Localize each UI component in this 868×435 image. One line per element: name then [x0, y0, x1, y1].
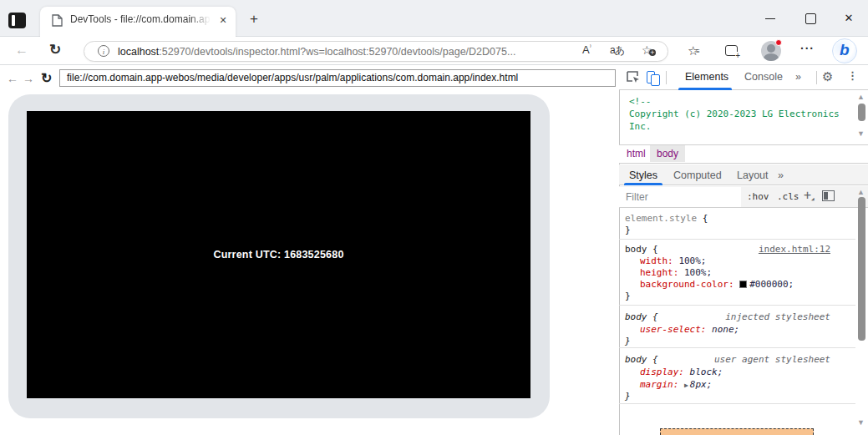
toolbar-divider	[816, 71, 817, 84]
browser-back-icon[interactable]: ←	[15, 43, 28, 58]
elements-tab-underline	[678, 88, 732, 90]
devtools-settings-gear-icon[interactable]: ⚙	[822, 69, 833, 84]
breadcrumb-html[interactable]: html	[627, 148, 646, 159]
page-back-icon[interactable]: ←	[7, 72, 18, 85]
page-url-text: file://com.domain.app-webos/media/develo…	[67, 72, 518, 83]
tab-close-icon[interactable]: ✕	[216, 13, 231, 28]
address-url[interactable]: localhost:52970/devtools/inspector.html?…	[118, 46, 515, 58]
device-screen[interactable]: Current UTC: 1683525680	[27, 111, 530, 398]
expand-shorthand-icon[interactable]: ▶	[684, 382, 688, 389]
styles-scroll-up-icon[interactable]: ▲	[857, 188, 865, 196]
settings-more-icon[interactable]: ···	[800, 42, 815, 55]
browser-refresh-icon[interactable]: ↻	[49, 41, 61, 58]
bing-discover-icon[interactable]: b	[832, 38, 857, 63]
styles-tab-underline	[624, 183, 662, 185]
toggle-sidebar-icon[interactable]	[822, 190, 835, 201]
dom-comment-line[interactable]: <!--	[629, 96, 652, 107]
window-minimize-button[interactable]	[759, 8, 781, 28]
css-rule-selector[interactable]: element.style {	[625, 213, 850, 224]
css-property[interactable]: margin: ▶8px;	[625, 379, 850, 390]
css-property[interactable]: height: 100%;	[625, 267, 850, 278]
devtools-menu-kebab-icon[interactable]: ⋮	[847, 69, 858, 82]
toggle-hover-state-button[interactable]: :hov	[747, 191, 769, 202]
favorites-hub-icon[interactable]: ☆≡	[688, 43, 698, 58]
box-model-margin[interactable]	[660, 428, 814, 435]
tab-layout[interactable]: Layout	[737, 169, 769, 181]
tab-title: DevTools - file://com.domain.app	[70, 13, 211, 27]
css-rule-close: }	[625, 291, 850, 301]
new-tab-button[interactable]: +	[245, 10, 263, 28]
styles-scroll-down-icon[interactable]: ▼	[857, 418, 865, 427]
stylesheet-origin: user agent stylesheet	[714, 354, 830, 365]
new-style-rule-button[interactable]: +	[804, 188, 811, 203]
dom-comment-line[interactable]: Inc.	[629, 121, 652, 132]
dom-scroll-up-icon[interactable]: ▲	[857, 93, 865, 101]
styles-scrollbar-thumb[interactable]	[858, 197, 865, 341]
toolbar-divider	[666, 71, 667, 84]
read-aloud-icon[interactable]: A⁾	[582, 43, 591, 56]
more-tabs-icon[interactable]: »	[795, 71, 801, 83]
css-rule-selector[interactable]: body {index.html:12	[625, 244, 850, 255]
page-refresh-icon[interactable]: ↻	[41, 70, 52, 86]
browser-window: DevTools - file://com.domain.app ✕ + ✕ ←…	[0, 0, 868, 435]
inspect-element-icon[interactable]	[627, 71, 641, 84]
page-favicon-icon	[52, 14, 63, 27]
profile-notification-dot	[775, 39, 782, 46]
dom-comment-line[interactable]: Copyright (c) 2020-2023 LG Electronics	[629, 109, 840, 119]
page-forward-icon[interactable]: →	[23, 72, 34, 85]
add-favorite-icon[interactable]: ☆+	[642, 43, 652, 57]
tab-actions-menu-icon[interactable]	[8, 13, 26, 28]
css-rule-close: }	[625, 391, 850, 402]
url-host: localhost	[118, 46, 159, 58]
css-rule-selector[interactable]: body {user agent stylesheet	[625, 354, 850, 365]
device-screen-text: Current UTC: 1683525680	[213, 249, 343, 260]
dom-scroll-down-icon[interactable]: ▼	[857, 129, 865, 138]
rule-divider	[619, 403, 855, 404]
css-property[interactable]: background-color: #000000;	[625, 279, 850, 290]
tab-computed[interactable]: Computed	[673, 169, 722, 181]
css-property[interactable]: width: 100%;	[625, 255, 850, 266]
collections-icon[interactable]	[725, 45, 738, 56]
stylesheet-origin: injected stylesheet	[725, 311, 830, 322]
css-property[interactable]: display: block;	[625, 367, 850, 377]
translate-icon[interactable]: aあ	[610, 43, 624, 58]
css-property[interactable]: user-select: none;	[625, 324, 850, 335]
css-rule-close: }	[625, 336, 850, 346]
rule-divider	[619, 305, 855, 306]
device-toolbar-toggle-icon[interactable]	[647, 71, 655, 83]
toggle-class-button[interactable]: .cls	[777, 191, 799, 202]
url-path: :52970/devtools/inspector.html?ws=localh…	[159, 46, 515, 58]
rule-divider	[619, 239, 855, 240]
tab-elements[interactable]: Elements	[685, 71, 728, 83]
tab-styles[interactable]: Styles	[629, 169, 657, 181]
rule-divider	[619, 347, 855, 348]
css-rule-close: }	[625, 225, 850, 235]
css-source-link[interactable]: index.html:12	[759, 244, 830, 255]
styles-filter-input[interactable]	[619, 187, 741, 207]
site-info-icon[interactable]: i	[98, 45, 109, 57]
tab-console[interactable]: Console	[744, 71, 783, 83]
breadcrumb-body[interactable]: body	[650, 145, 685, 162]
window-close-button[interactable]: ✕	[838, 8, 860, 28]
sidebar-more-tabs-icon[interactable]: »	[778, 169, 784, 181]
css-rule-selector[interactable]: body {injected stylesheet	[625, 311, 850, 322]
color-swatch[interactable]	[739, 281, 747, 288]
dom-scrollbar-thumb[interactable]	[858, 104, 865, 121]
window-maximize-button[interactable]	[799, 8, 820, 28]
